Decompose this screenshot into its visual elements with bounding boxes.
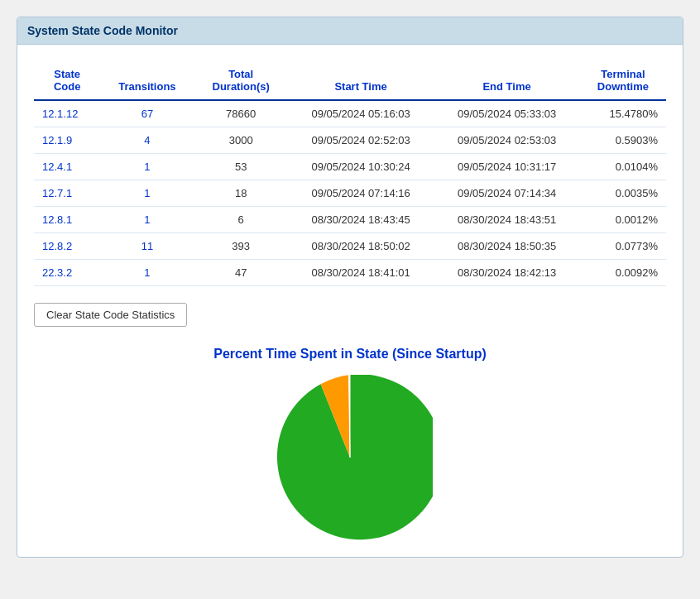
panel-body: StateCode Transitions TotalDuration(s) S… — [17, 45, 683, 557]
table-row: 12.1.12 67 78660 09/05/2024 05:16:03 09/… — [34, 100, 666, 127]
cell-end-time: 08/30/2024 18:42:13 — [434, 260, 580, 286]
cell-downtime: 15.4780% — [580, 100, 666, 127]
cell-end-time: 08/30/2024 18:43:51 — [434, 207, 580, 233]
cell-transitions: 1 — [100, 260, 194, 286]
panel-header: System State Code Monitor — [17, 17, 683, 45]
cell-end-time: 09/05/2024 10:31:17 — [434, 154, 580, 180]
cell-end-time: 09/05/2024 07:14:34 — [434, 180, 580, 207]
table-row: 12.7.1 1 18 09/05/2024 07:14:16 09/05/20… — [34, 180, 666, 207]
cell-downtime: 0.0035% — [580, 180, 666, 207]
chart-title: Percent Time Spent in State (Since Start… — [213, 347, 487, 362]
cell-state-code: 12.1.12 — [34, 100, 100, 127]
cell-downtime: 0.0092% — [580, 260, 666, 286]
cell-state-code: 12.8.1 — [34, 207, 100, 233]
cell-transitions: 1 — [100, 207, 194, 233]
cell-state-code: 12.8.2 — [34, 233, 100, 260]
col-header-state-code: StateCode — [34, 61, 100, 100]
cell-duration: 6 — [194, 207, 288, 233]
table-header-row: StateCode Transitions TotalDuration(s) S… — [34, 61, 666, 100]
cell-start-time: 08/30/2024 18:41:01 — [288, 260, 434, 286]
cell-state-code: 22.3.2 — [34, 260, 100, 286]
col-header-end-time: End Time — [434, 61, 580, 100]
table-row: 22.3.2 1 47 08/30/2024 18:41:01 08/30/20… — [34, 260, 666, 286]
cell-downtime: 0.0104% — [580, 154, 666, 180]
table-row: 12.8.2 11 393 08/30/2024 18:50:02 08/30/… — [34, 233, 666, 260]
col-header-start-time: Start Time — [288, 61, 434, 100]
cell-duration: 47 — [194, 260, 288, 286]
table-row: 12.8.1 1 6 08/30/2024 18:43:45 08/30/202… — [34, 207, 666, 233]
cell-state-code: 12.4.1 — [34, 154, 100, 180]
cell-end-time: 09/05/2024 02:53:03 — [434, 127, 580, 154]
cell-transitions: 4 — [100, 127, 194, 154]
col-header-transitions: Transitions — [100, 61, 194, 100]
pie-chart — [267, 375, 433, 540]
col-header-downtime: TerminalDowntime — [580, 61, 666, 100]
panel-title: System State Code Monitor — [27, 24, 178, 37]
chart-section: Percent Time Spent in State (Since Start… — [34, 347, 666, 540]
cell-duration: 393 — [194, 233, 288, 260]
cell-start-time: 09/05/2024 07:14:16 — [288, 180, 434, 207]
cell-start-time: 08/30/2024 18:43:45 — [288, 207, 434, 233]
cell-end-time: 08/30/2024 18:50:35 — [434, 233, 580, 260]
cell-duration: 3000 — [194, 127, 288, 154]
cell-transitions: 67 — [100, 100, 194, 127]
cell-start-time: 09/05/2024 02:52:03 — [288, 127, 434, 154]
clear-statistics-button[interactable]: Clear State Code Statistics — [34, 303, 187, 327]
cell-downtime: 0.0012% — [580, 207, 666, 233]
table-row: 12.1.9 4 3000 09/05/2024 02:52:03 09/05/… — [34, 127, 666, 154]
main-panel: System State Code Monitor StateCode Tran… — [17, 17, 683, 558]
cell-downtime: 0.0773% — [580, 233, 666, 260]
cell-start-time: 09/05/2024 10:30:24 — [288, 154, 434, 180]
cell-end-time: 09/05/2024 05:33:03 — [434, 100, 580, 127]
cell-transitions: 1 — [100, 154, 194, 180]
table-row: 12.4.1 1 53 09/05/2024 10:30:24 09/05/20… — [34, 154, 666, 180]
col-header-duration: TotalDuration(s) — [194, 61, 288, 100]
cell-duration: 53 — [194, 154, 288, 180]
state-code-table: StateCode Transitions TotalDuration(s) S… — [34, 61, 666, 286]
cell-start-time: 09/05/2024 05:16:03 — [288, 100, 434, 127]
cell-state-code: 12.7.1 — [34, 180, 100, 207]
cell-transitions: 11 — [100, 233, 194, 260]
cell-downtime: 0.5903% — [580, 127, 666, 154]
cell-duration: 18 — [194, 180, 288, 207]
cell-start-time: 08/30/2024 18:50:02 — [288, 233, 434, 260]
cell-duration: 78660 — [194, 100, 288, 127]
cell-transitions: 1 — [100, 180, 194, 207]
cell-state-code: 12.1.9 — [34, 127, 100, 154]
